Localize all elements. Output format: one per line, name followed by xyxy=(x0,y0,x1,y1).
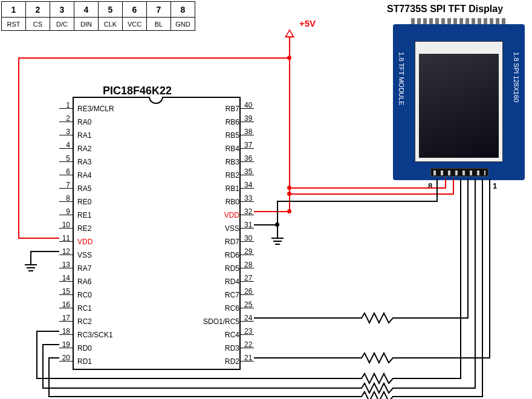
wire-gnd-disp-up xyxy=(436,179,438,202)
wire-rst-c xyxy=(489,179,490,358)
pin-number: 17 xyxy=(56,314,70,322)
pin-label: RA3 xyxy=(77,158,132,171)
pin-number: 38 xyxy=(244,128,259,136)
pin-label: RE0 xyxy=(77,198,132,211)
pin-label: RB7 xyxy=(156,105,239,118)
legend-cell: 1 xyxy=(2,2,26,18)
pin-number: 36 xyxy=(244,154,259,163)
pin-number: 35 xyxy=(244,167,259,176)
pin-label: RA4 xyxy=(77,171,132,184)
pin-label: RC2 xyxy=(77,317,132,331)
legend-row-labels: RST CS D/C DIN CLK VCC BL GND xyxy=(2,18,195,31)
wire-rst-a xyxy=(254,357,357,358)
legend-cell: DIN xyxy=(74,18,99,31)
pin-number: 9 xyxy=(56,207,70,216)
pin-label: VDD xyxy=(156,211,239,224)
wire-vdd-disp-up1 xyxy=(445,179,446,189)
pin-label: SDO1/RC5 xyxy=(156,317,239,331)
wire-dc-c xyxy=(399,388,476,389)
display-title: ST7735S SPI TFT Display xyxy=(387,4,503,15)
legend-cell: BL xyxy=(147,18,171,31)
display-side-left: 1.8 TFT MODULE xyxy=(398,52,405,105)
wire-cs-c xyxy=(399,396,483,397)
legend-cell: 7 xyxy=(147,2,171,18)
pin-label: RD4 xyxy=(156,277,239,291)
pin-label: RB6 xyxy=(156,118,239,131)
pin-number: 27 xyxy=(244,274,259,282)
pin-number: 28 xyxy=(244,261,259,269)
display-pin1-mark: 1 xyxy=(493,181,497,190)
pin-label: RA2 xyxy=(77,144,132,158)
pin-label: VDD xyxy=(77,238,132,251)
node xyxy=(287,209,291,213)
pin-legend: 1 2 3 4 5 6 7 8 RST CS D/C DIN CLK VCC B… xyxy=(1,1,195,31)
resistor-icon xyxy=(357,391,399,399)
pin-number: 5 xyxy=(56,154,70,163)
pin-number: 10 xyxy=(56,221,70,229)
wire-gnd12 xyxy=(30,251,59,252)
wire-vdd-top xyxy=(18,57,290,59)
pin-label: RD6 xyxy=(156,251,239,264)
wire-vdd-to-disp2 xyxy=(289,193,454,195)
pin-label: RD5 xyxy=(156,264,239,277)
wire-clk-l1 xyxy=(36,331,59,332)
wire-cs-l2 xyxy=(48,357,50,396)
legend-cell: CLK xyxy=(99,18,123,31)
pin-number: 7 xyxy=(56,181,70,189)
pin-label: RD1 xyxy=(77,357,132,371)
pin-label: RC0 xyxy=(77,291,132,304)
legend-cell: 5 xyxy=(99,2,123,18)
pin-number: 33 xyxy=(244,194,259,203)
wire-cs-d xyxy=(482,179,483,397)
pin-label: RA7 xyxy=(77,264,132,277)
pin-label: RC7 xyxy=(156,291,239,304)
pin-number: 29 xyxy=(244,247,259,256)
legend-cell: CS xyxy=(26,18,50,31)
pin-number: 25 xyxy=(244,300,259,309)
power-label: +5V xyxy=(299,18,316,28)
display-header-top xyxy=(411,18,507,24)
wire-din-c xyxy=(467,179,469,319)
ground-icon xyxy=(271,238,284,245)
ground-icon xyxy=(25,264,37,271)
legend-cell: 8 xyxy=(171,2,195,18)
wire-dc-b xyxy=(42,388,357,389)
legend-cell: VCC xyxy=(123,18,147,31)
pin-label: RE3/MCLR xyxy=(77,105,132,118)
pin-number: 37 xyxy=(244,141,259,149)
wire-gnd-to-disp xyxy=(277,201,438,202)
pin-number: 13 xyxy=(56,261,70,269)
wire-vdd-to-pin32 xyxy=(254,211,290,212)
pin-number: 14 xyxy=(56,274,70,282)
pin-label: RA0 xyxy=(77,118,132,131)
pin-label: VSS xyxy=(156,224,239,238)
chip-title: PIC18F46K22 xyxy=(103,85,172,97)
pin-number: 22 xyxy=(244,340,259,349)
resistor-icon xyxy=(357,352,399,364)
pin-label: RC6 xyxy=(156,304,239,317)
pin-label: RA1 xyxy=(77,131,132,144)
pin-number: 34 xyxy=(244,181,259,189)
pin-number: 15 xyxy=(56,287,70,296)
wire-gnd-up xyxy=(277,201,278,225)
pin-label: RE2 xyxy=(77,224,132,238)
pin-label: RB2 xyxy=(156,171,239,184)
display-bezel xyxy=(415,41,503,162)
pin-label: VSS xyxy=(77,251,132,264)
pin-number: 16 xyxy=(56,300,70,309)
pin-number: 39 xyxy=(244,114,259,123)
wire-vdd-disp-up2 xyxy=(453,179,454,195)
tft-display: 1.8 TFT MODULE 1.8 SPI 128X160 xyxy=(393,24,525,180)
legend-cell: RST xyxy=(2,18,26,31)
wire-din-b xyxy=(399,317,469,319)
wire-cs-l1 xyxy=(48,357,59,358)
pin-label: RE1 xyxy=(77,211,132,224)
pin-number: 26 xyxy=(244,287,259,296)
pin-label: RD7 xyxy=(156,238,239,251)
wire-vdd-to-disp xyxy=(289,187,446,189)
wire-rst-b xyxy=(399,357,490,358)
pin-label: RB1 xyxy=(156,184,239,198)
node xyxy=(287,186,291,190)
wire-clk-c xyxy=(399,378,461,379)
wire-din-a xyxy=(254,317,357,319)
